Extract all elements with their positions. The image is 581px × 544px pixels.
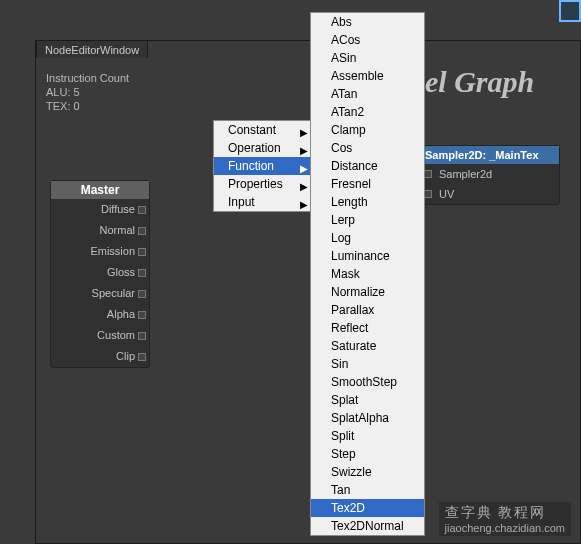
submenu-item-splat[interactable]: Splat [311, 391, 424, 409]
submenu-item-asin[interactable]: ASin [311, 49, 424, 67]
stats-line: Instruction Count [46, 71, 129, 85]
master-output-gloss[interactable]: Gloss [51, 262, 149, 283]
master-output-custom[interactable]: Custom [51, 325, 149, 346]
master-output-diffuse[interactable]: Diffuse [51, 199, 149, 220]
master-output-alpha[interactable]: Alpha [51, 304, 149, 325]
submenu-item-step[interactable]: Step [311, 445, 424, 463]
submenu-item-tan[interactable]: Tan [311, 481, 424, 499]
submenu-item-splatalpha[interactable]: SplatAlpha [311, 409, 424, 427]
master-node-title: Master [51, 181, 149, 199]
submenu-item-length[interactable]: Length [311, 193, 424, 211]
sampler-node[interactable]: Sampler2D: _MainTex Sampler2dUV [420, 145, 560, 205]
menu-item-properties[interactable]: Properties▶ [214, 175, 312, 193]
window-tab[interactable]: NodeEditorWindow [36, 40, 148, 58]
sampler-input-uv[interactable]: UV [421, 184, 559, 204]
context-menu[interactable]: Constant▶Operation▶Function▶Properties▶I… [213, 120, 313, 212]
submenu-item-mask[interactable]: Mask [311, 265, 424, 283]
master-output-normal[interactable]: Normal [51, 220, 149, 241]
submenu-item-sin[interactable]: Sin [311, 355, 424, 373]
submenu-item-saturate[interactable]: Saturate [311, 337, 424, 355]
submenu-item-cos[interactable]: Cos [311, 139, 424, 157]
stats-block: Instruction Count ALU: 5 TEX: 0 [46, 71, 129, 113]
watermark: 查字典 教程网 jiaocheng.chazidian.com [439, 502, 571, 536]
sampler-node-title: Sampler2D: _MainTex [421, 146, 559, 164]
watermark-text: 查字典 教程网 [445, 504, 547, 520]
submenu-item-tex2d[interactable]: Tex2D [311, 499, 424, 517]
submenu-item-fresnel[interactable]: Fresnel [311, 175, 424, 193]
sampler-input-sampler2d[interactable]: Sampler2d [421, 164, 559, 184]
stats-line: ALU: 5 [46, 85, 129, 99]
submenu-item-reflect[interactable]: Reflect [311, 319, 424, 337]
watermark-url: jiaocheng.chazidian.com [445, 522, 565, 534]
submenu-arrow-icon: ▶ [300, 196, 308, 214]
context-submenu[interactable]: AbsACosASinAssembleATanATan2ClampCosDist… [310, 12, 425, 536]
submenu-item-parallax[interactable]: Parallax [311, 301, 424, 319]
submenu-item-swizzle[interactable]: Swizzle [311, 463, 424, 481]
submenu-item-luminance[interactable]: Luminance [311, 247, 424, 265]
submenu-item-atan2[interactable]: ATan2 [311, 103, 424, 121]
submenu-item-assemble[interactable]: Assemble [311, 67, 424, 85]
external-button[interactable] [559, 0, 581, 22]
menu-item-function[interactable]: Function▶ [214, 157, 312, 175]
submenu-item-abs[interactable]: Abs [311, 13, 424, 31]
submenu-item-clamp[interactable]: Clamp [311, 121, 424, 139]
menu-item-constant[interactable]: Constant▶ [214, 121, 312, 139]
master-node[interactable]: Master DiffuseNormalEmissionGlossSpecula… [50, 180, 150, 368]
master-output-clip[interactable]: Clip [51, 346, 149, 367]
graph-title: xel Graph [410, 65, 534, 99]
master-output-emission[interactable]: Emission [51, 241, 149, 262]
submenu-item-atan[interactable]: ATan [311, 85, 424, 103]
submenu-item-log[interactable]: Log [311, 229, 424, 247]
submenu-item-normalize[interactable]: Normalize [311, 283, 424, 301]
submenu-item-smoothstep[interactable]: SmoothStep [311, 373, 424, 391]
submenu-item-lerp[interactable]: Lerp [311, 211, 424, 229]
menu-item-input[interactable]: Input▶ [214, 193, 312, 211]
submenu-item-acos[interactable]: ACos [311, 31, 424, 49]
submenu-item-split[interactable]: Split [311, 427, 424, 445]
master-output-specular[interactable]: Specular [51, 283, 149, 304]
menu-item-operation[interactable]: Operation▶ [214, 139, 312, 157]
submenu-item-distance[interactable]: Distance [311, 157, 424, 175]
stats-line: TEX: 0 [46, 99, 129, 113]
submenu-item-tex2dnormal[interactable]: Tex2DNormal [311, 517, 424, 535]
